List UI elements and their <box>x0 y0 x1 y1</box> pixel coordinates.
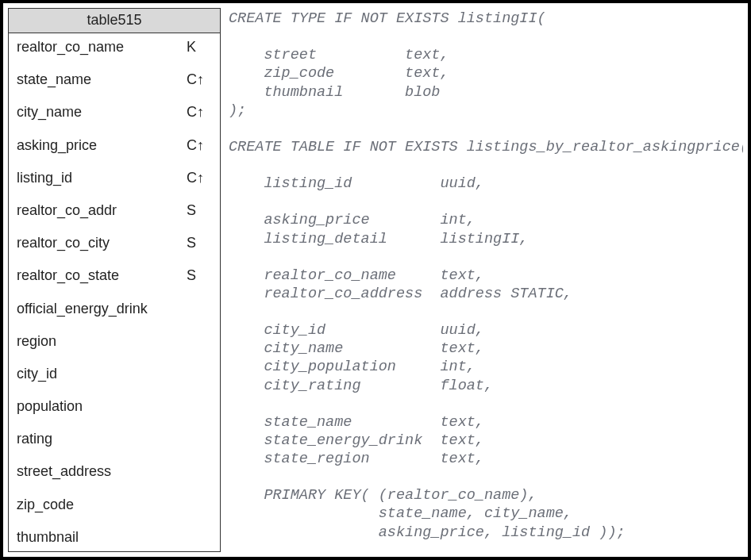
schema-table-rows: realtor_co_nameK state_nameC↑ city_nameC… <box>9 33 220 551</box>
table-row: listing_idC↑ <box>17 167 214 189</box>
column-mark: C↑ <box>187 170 214 186</box>
table-row: rating <box>17 428 214 450</box>
column-mark: C↑ <box>187 71 214 88</box>
column-name: realtor_co_addr <box>17 202 187 219</box>
table-row: realtor_co_stateS <box>17 265 214 286</box>
column-name: street_address <box>17 463 187 480</box>
table-row: realtor_co_cityS <box>17 232 214 254</box>
column-name: region <box>17 333 187 350</box>
column-name: realtor_co_state <box>17 267 187 284</box>
column-name: city_id <box>17 366 187 382</box>
table-row: realtor_co_addrS <box>17 200 214 221</box>
column-mark: S <box>187 235 214 251</box>
table-row: zip_code <box>17 494 214 516</box>
column-mark: C↑ <box>187 137 214 154</box>
column-name: listing_id <box>17 170 187 186</box>
table-row: region <box>17 331 214 352</box>
document-frame: table515 realtor_co_nameK state_nameC↑ c… <box>0 0 751 560</box>
column-name: official_energy_drink <box>17 301 187 317</box>
column-mark: K <box>187 39 214 56</box>
cql-code-block: CREATE TYPE IF NOT EXISTS listingII( str… <box>229 8 743 552</box>
table-row: street_address <box>17 461 214 482</box>
column-name: rating <box>17 431 187 447</box>
column-name: realtor_co_city <box>17 235 187 251</box>
table-row: state_nameC↑ <box>17 69 214 90</box>
table-row: population <box>17 396 214 417</box>
table-row: thumbnail <box>17 527 214 548</box>
column-name: state_name <box>17 71 187 88</box>
column-name: realtor_co_name <box>17 39 187 56</box>
column-mark: C↑ <box>187 104 214 121</box>
table-row: realtor_co_nameK <box>17 36 214 58</box>
column-name: zip_code <box>17 497 187 513</box>
column-name: population <box>17 398 187 415</box>
table-row: city_id <box>17 363 214 385</box>
table-row: asking_priceC↑ <box>17 135 214 156</box>
table-row: official_energy_drink <box>17 298 214 320</box>
column-name: thumbnail <box>17 529 187 546</box>
column-mark: S <box>187 202 214 219</box>
schema-table-box: table515 realtor_co_nameK state_nameC↑ c… <box>8 8 221 552</box>
column-name: asking_price <box>17 137 187 154</box>
table-row: city_nameC↑ <box>17 102 214 123</box>
column-mark: S <box>187 267 214 284</box>
schema-table-title: table515 <box>9 9 220 33</box>
column-name: city_name <box>17 104 187 121</box>
